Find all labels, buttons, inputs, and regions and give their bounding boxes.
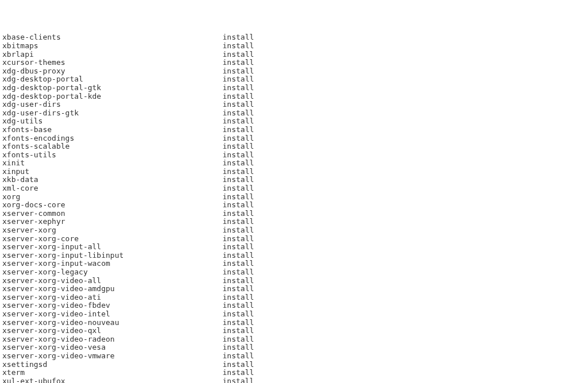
package-name: xserver-xorg-video-vesa [2, 343, 223, 352]
package-status: install [223, 276, 254, 285]
package-name: xdg-desktop-portal-kde [2, 92, 223, 101]
package-line: xdg-dbus-proxyinstall [2, 67, 588, 76]
package-line: xserver-xorg-input-allinstall [2, 243, 588, 252]
package-line: xorg-docs-coreinstall [2, 201, 588, 210]
package-line: xorginstall [2, 193, 588, 202]
package-name: xserver-xorg-video-intel [2, 310, 223, 319]
package-line: xserver-xorg-input-libinputinstall [2, 252, 588, 260]
package-line: xfonts-baseinstall [2, 126, 588, 134]
package-status: install [223, 310, 254, 318]
package-status: install [223, 351, 254, 360]
package-name: xserver-xorg-video-all [2, 277, 223, 285]
package-line: xserver-xorg-video-allinstall [2, 277, 588, 285]
package-status: install [223, 318, 254, 327]
terminal-output[interactable]: xbase-clientsinstallxbitmapsinstallxbrla… [0, 33, 588, 383]
package-status: install [223, 125, 254, 134]
package-line: xdg-user-dirs-gtkinstall [2, 109, 588, 118]
package-status: install [223, 167, 254, 176]
package-status: install [223, 192, 254, 201]
package-name: xdg-desktop-portal-gtk [2, 84, 223, 92]
package-line: xserver-xorg-video-nouveauinstall [2, 319, 588, 327]
package-status: install [223, 50, 254, 59]
package-line: xbase-clientsinstall [2, 33, 588, 42]
package-name: xbitmaps [2, 42, 223, 51]
package-name: xbase-clients [2, 33, 223, 42]
package-name: xml-core [2, 184, 223, 193]
package-status: install [223, 284, 254, 293]
package-status: install [223, 134, 254, 142]
package-name: xfonts-utils [2, 151, 223, 160]
package-line: xserver-xorg-video-fbdevinstall [2, 301, 588, 310]
package-name: xfonts-encodings [2, 134, 223, 143]
package-line: xinputinstall [2, 168, 588, 176]
package-line: xkb-datainstall [2, 176, 588, 184]
package-line: xfonts-encodingsinstall [2, 134, 588, 143]
package-name: xcursor-themes [2, 59, 223, 67]
package-line: xbrlapiinstall [2, 51, 588, 59]
package-line: xserver-xorginstall [2, 226, 588, 235]
package-line: xbitmapsinstall [2, 42, 588, 51]
package-status: install [223, 335, 254, 343]
package-name: xterm [2, 369, 223, 377]
package-status: install [223, 33, 254, 41]
package-status: install [223, 377, 254, 383]
package-line: xsettingsdinstall [2, 361, 588, 369]
package-line: xserver-xorg-video-radeoninstall [2, 335, 588, 344]
package-status: install [223, 58, 254, 67]
package-line: xinitinstall [2, 159, 588, 168]
package-status: install [223, 293, 254, 301]
package-line: xfonts-utilsinstall [2, 151, 588, 160]
package-name: xinit [2, 159, 223, 168]
package-name: xserver-common [2, 210, 223, 218]
package-name: xserver-xorg [2, 226, 223, 235]
package-name: xserver-xephyr [2, 218, 223, 226]
package-line: xcursor-themesinstall [2, 59, 588, 67]
package-name: xdg-desktop-portal [2, 75, 223, 84]
package-line: xserver-xorg-video-vmwareinstall [2, 352, 588, 361]
package-name: xdg-user-dirs-gtk [2, 109, 223, 118]
package-status: install [223, 117, 254, 125]
package-name: xserver-xorg-input-all [2, 243, 223, 252]
package-status: install [223, 100, 254, 109]
package-status: install [223, 251, 254, 260]
package-status: install [223, 217, 254, 226]
package-name: xserver-xorg-video-nouveau [2, 319, 223, 327]
package-status: install [223, 268, 254, 276]
package-status: install [223, 75, 254, 83]
package-name: xsettingsd [2, 361, 223, 369]
package-status: install [223, 360, 254, 369]
package-line: xserver-xorg-video-atiinstall [2, 293, 588, 302]
package-status: install [223, 67, 254, 75]
package-line: xserver-xorg-video-qxlinstall [2, 327, 588, 335]
package-line: xfonts-scalableinstall [2, 142, 588, 151]
package-name: xserver-xorg-video-fbdev [2, 301, 223, 310]
package-status: install [223, 301, 254, 310]
package-line: xserver-xorg-video-vesainstall [2, 343, 588, 352]
package-status: install [223, 343, 254, 351]
package-status: install [223, 142, 254, 150]
package-name: xfonts-base [2, 126, 223, 134]
package-line: xdg-user-dirsinstall [2, 100, 588, 109]
package-name: xkb-data [2, 176, 223, 184]
package-status: install [223, 158, 254, 167]
package-line: xdg-utilsinstall [2, 117, 588, 126]
package-name: xserver-xorg-video-radeon [2, 335, 223, 344]
package-line: xserver-xephyrinstall [2, 218, 588, 226]
package-line: xterminstall [2, 369, 588, 377]
package-status: install [223, 234, 254, 243]
package-status: install [223, 175, 254, 184]
package-name: xserver-xorg-video-amdgpu [2, 285, 223, 293]
package-line: xserver-xorg-video-intelinstall [2, 310, 588, 319]
package-name: xserver-xorg-legacy [2, 268, 223, 277]
package-status: install [223, 83, 254, 92]
package-name: xfonts-scalable [2, 142, 223, 151]
package-name: xorg-docs-core [2, 201, 223, 210]
package-status: install [223, 109, 254, 117]
package-name: xserver-xorg-video-qxl [2, 327, 223, 335]
package-name: xdg-dbus-proxy [2, 67, 223, 76]
package-line: xul-ext-ubufoxinstall [2, 377, 588, 383]
package-line: xdg-desktop-portal-kdeinstall [2, 92, 588, 101]
package-name: xserver-xorg-video-ati [2, 293, 223, 302]
package-line: xserver-xorg-video-amdgpuinstall [2, 285, 588, 293]
package-name: xserver-xorg-input-wacom [2, 260, 223, 268]
